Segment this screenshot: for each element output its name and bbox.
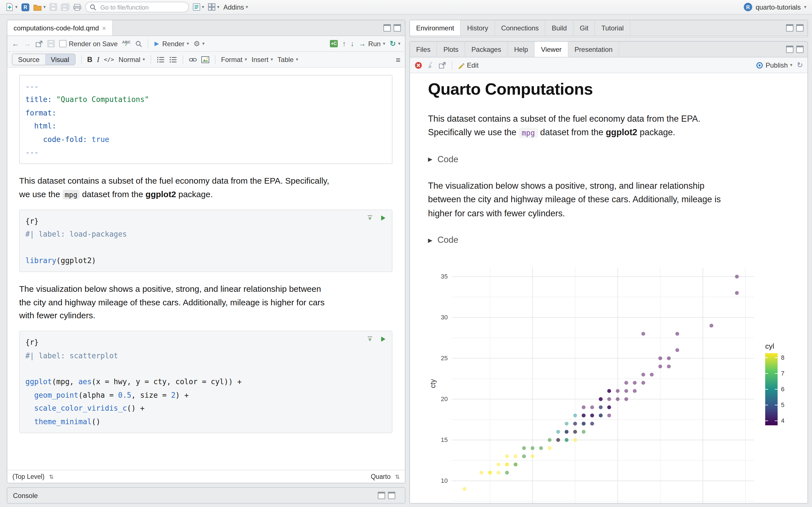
forward-icon[interactable]: → [24, 40, 31, 47]
stop-icon[interactable] [414, 61, 422, 69]
tab-viewer[interactable]: Viewer [535, 42, 568, 57]
open-in-browser-icon[interactable] [439, 62, 446, 68]
viewer-tabbar: Files Plots Packages Help Viewer Present… [410, 42, 808, 57]
code-fold-toggle[interactable]: ▶ Code [428, 154, 791, 165]
caret-down-icon: ▾ [271, 57, 273, 62]
document-paragraph: The visualization below shows a positive… [428, 179, 739, 221]
source-editor-pane: computations-code-fold.qmd × ← → [7, 20, 405, 483]
new-project-icon[interactable]: R [21, 3, 29, 11]
numbered-list-icon[interactable] [169, 56, 177, 63]
editor-statusbar: (Top Level) ⇅ Quarto ⇅ [7, 470, 405, 483]
run-chunks-above-icon[interactable] [366, 336, 373, 342]
maximize-pane-icon[interactable] [388, 492, 395, 499]
tab-history[interactable]: History [461, 20, 495, 36]
clear-viewer-broom-icon[interactable] [427, 61, 434, 69]
caret-down-icon: ▾ [43, 5, 46, 9]
code-chunk-load-packages[interactable]: {r}#| label: load-packages library(ggplo… [19, 210, 393, 272]
run-button[interactable]: → Run ▾ [359, 40, 385, 48]
publish-button[interactable]: Publish ▾ [755, 61, 792, 69]
prev-chunk-icon[interactable]: ↑ [342, 40, 346, 47]
render-on-save-checkbox[interactable]: Render on Save [59, 40, 117, 48]
pane-layout-grid-icon [208, 3, 215, 11]
image-icon[interactable] [201, 56, 209, 63]
save-icon[interactable] [50, 3, 57, 11]
minimize-pane-icon[interactable] [786, 24, 794, 32]
code-fold-toggle[interactable]: ▶ Code [428, 235, 791, 245]
tab-plots[interactable]: Plots [437, 42, 465, 57]
rerun-button[interactable]: ↻ ▾ [390, 40, 400, 48]
compile-report-button[interactable]: ▾ [193, 3, 204, 11]
caret-down-icon: ▾ [217, 5, 219, 9]
checkbox-icon [59, 40, 66, 47]
caret-down-icon: ▾ [383, 41, 385, 46]
insert-menu[interactable]: Insert ▾ [252, 55, 273, 63]
visual-editor-surface[interactable]: ---title: "Quarto Computations"format: h… [7, 68, 405, 470]
close-icon[interactable]: × [102, 24, 106, 31]
render-button[interactable]: Render ▾ [154, 40, 189, 48]
tab-presentation[interactable]: Presentation [568, 42, 619, 57]
bullet-list-icon[interactable] [157, 56, 165, 63]
new-file-icon [6, 3, 13, 11]
doc-format-selector[interactable]: Quarto ⇅ [371, 473, 400, 480]
pencil-icon [458, 62, 465, 68]
italic-button[interactable]: I [97, 55, 100, 64]
r-project-icon: R [744, 3, 752, 11]
spellcheck-icon[interactable]: ABC ✓ [122, 40, 131, 47]
tab-environment[interactable]: Environment [410, 20, 461, 36]
next-chunk-icon[interactable]: ↓ [350, 40, 354, 47]
minimize-pane-icon[interactable] [786, 46, 794, 53]
yaml-block[interactable]: ---title: "Quarto Computations"format: h… [19, 75, 393, 164]
svg-text:5: 5 [781, 402, 784, 409]
refresh-icon[interactable]: ↻ [797, 61, 803, 69]
tab-connections[interactable]: Connections [495, 20, 545, 36]
render-settings-button[interactable]: ⚙ ▾ [193, 40, 204, 48]
run-chunk-icon[interactable] [380, 336, 386, 342]
editor-options-menu-icon[interactable]: ≡ [396, 55, 400, 64]
addins-menu[interactable]: Addins ▾ [223, 3, 248, 11]
format-menu[interactable]: Format ▾ [221, 55, 247, 63]
pane-layout-button[interactable]: ▾ [208, 3, 219, 11]
run-chunk-icon[interactable] [380, 215, 386, 221]
svg-text:30: 30 [441, 314, 448, 321]
minimize-pane-icon[interactable] [384, 24, 391, 32]
back-icon[interactable]: ← [12, 40, 19, 47]
goto-file-input[interactable] [99, 3, 175, 11]
project-menu[interactable]: R quarto-tutorials ▾ [744, 3, 806, 11]
table-menu[interactable]: Table ▾ [277, 55, 298, 63]
maximize-pane-icon[interactable] [394, 24, 401, 32]
maximize-pane-icon[interactable] [796, 46, 804, 53]
find-icon[interactable] [135, 40, 142, 47]
insert-chunk-icon[interactable]: +C [330, 40, 338, 47]
save-icon[interactable] [47, 40, 55, 47]
popout-icon[interactable] [36, 40, 43, 47]
link-icon[interactable] [189, 56, 197, 63]
tab-tutorial[interactable]: Tutorial [595, 20, 630, 36]
goto-file-search[interactable] [85, 2, 189, 12]
tab-help[interactable]: Help [508, 42, 535, 57]
scatterplot-figure: 101520253035ctycyl87654 [428, 260, 791, 503]
code-format-button[interactable]: </> [104, 56, 114, 62]
svg-text:6: 6 [781, 386, 784, 393]
source-mode-button[interactable]: Source [12, 54, 45, 65]
tab-git[interactable]: Git [573, 20, 595, 36]
visual-mode-button[interactable]: Visual [45, 54, 75, 65]
scope-selector[interactable]: (Top Level) ⇅ [12, 473, 54, 480]
tab-packages[interactable]: Packages [465, 42, 508, 57]
paragraph-style-menu[interactable]: Normal ▾ [119, 55, 145, 63]
bold-button[interactable]: B [87, 55, 93, 64]
editor-tab[interactable]: computations-code-fold.qmd × [7, 20, 113, 36]
maximize-pane-icon[interactable] [796, 24, 804, 32]
minimize-pane-icon[interactable] [378, 492, 385, 499]
left-column: computations-code-fold.qmd × ← → [7, 20, 405, 504]
tab-files[interactable]: Files [410, 42, 437, 57]
compile-report-icon [193, 3, 200, 11]
save-all-icon[interactable] [61, 3, 69, 11]
run-chunks-above-icon[interactable] [366, 215, 373, 221]
console-pane[interactable]: Console [7, 487, 405, 504]
edit-button[interactable]: Edit [458, 61, 478, 69]
open-file-button[interactable]: ▾ [33, 4, 46, 10]
print-icon[interactable] [73, 4, 81, 10]
new-file-button[interactable]: ▾ [6, 3, 17, 11]
code-chunk-scatterplot[interactable]: {r}#| label: scatterplot ggplot(mpg, aes… [19, 331, 393, 433]
tab-build[interactable]: Build [546, 20, 573, 36]
